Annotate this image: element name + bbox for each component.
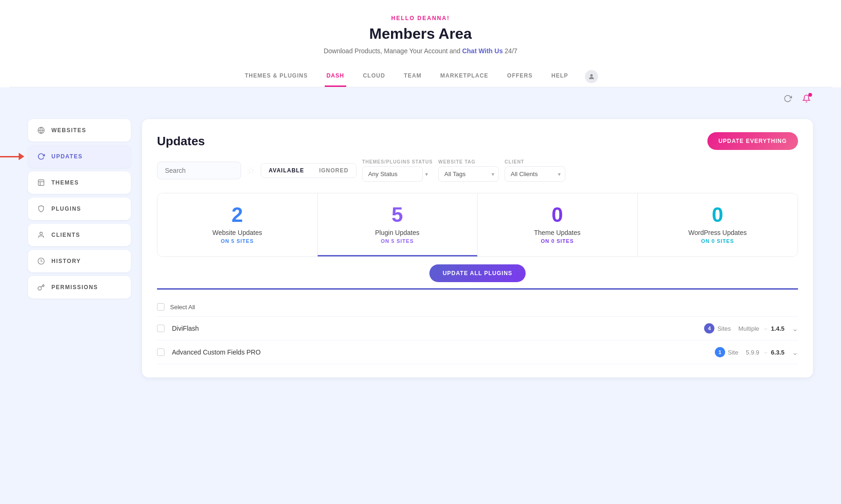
plugin-acf-badge: 1 [715, 347, 725, 357]
sidebar-label-history: HISTORY [51, 258, 81, 264]
sidebar-item-permissions[interactable]: PERMISSIONS [28, 276, 131, 298]
theme-updates-count: 0 [487, 205, 628, 225]
page-title: Members Area [9, 25, 832, 43]
plugin-updates-label: Plugin Updates [327, 229, 468, 236]
plugin-row-diviflash: DiviFlash 4 Sites Multiple → 1.4.5 ⌄ [157, 317, 798, 341]
client-filter-select[interactable]: All Clients [505, 166, 565, 182]
sidebar-item-themes[interactable]: THEMES [28, 171, 131, 194]
plugin-acf-version: 5.9.9 → 6.3.5 [746, 349, 784, 356]
plugin-diviflash-sites: 4 Sites [704, 323, 731, 334]
sidebar-label-websites: WEBSITES [51, 127, 86, 134]
plugin-diviflash-sites-label: Sites [717, 325, 731, 332]
toggle-available[interactable]: AVAILABLE [261, 163, 312, 177]
sidebar-item-websites[interactable]: WEBSITES [28, 119, 131, 142]
profile-icon[interactable] [585, 70, 598, 83]
clock-icon [36, 256, 46, 266]
plugin-acf-sites: 1 Site [715, 347, 738, 357]
acf-version-from: 5.9.9 [746, 349, 759, 356]
user-icon [36, 230, 46, 240]
plugin-acf-name: Advanced Custom Fields PRO [172, 348, 707, 356]
sidebar: WEBSITES UPDATES THEMES PLUGINS [28, 110, 131, 377]
status-toggle: AVAILABLE IGNORED [261, 163, 356, 178]
plugin-acf-sites-label: Site [728, 349, 738, 356]
version-to: 1.4.5 [771, 325, 784, 332]
arrow-indicator [0, 153, 24, 160]
sidebar-label-permissions: PERMISSIONS [51, 284, 98, 291]
sidebar-item-plugins[interactable]: PLUGINS [28, 198, 131, 220]
layout-icon [36, 178, 46, 187]
key-icon [36, 283, 46, 292]
updates-header: Updates UPDATE EVERYTHING [157, 132, 798, 150]
plugin-diviflash-version: Multiple → 1.4.5 [738, 325, 784, 332]
search-input[interactable] [157, 162, 241, 179]
star-filter-icon[interactable]: ☆ [247, 165, 255, 176]
website-updates-count: 2 [167, 205, 308, 225]
filter-row: ☆ AVAILABLE IGNORED THEMES/PLUGINS STATU… [157, 159, 798, 182]
refresh-icon[interactable] [781, 92, 794, 105]
globe-icon [36, 126, 46, 135]
refresh-icon-updates [36, 152, 46, 161]
expand-icon-diviflash[interactable]: ⌄ [792, 324, 798, 333]
wp-updates-label: WordPress Updates [647, 229, 789, 236]
stat-plugin-updates[interactable]: 5 Plugin Updates ON 5 SITES [318, 193, 478, 256]
expand-icon-acf[interactable]: ⌄ [792, 348, 798, 357]
wp-updates-sub: ON 0 SITES [647, 238, 789, 244]
status-filter-select[interactable]: Any Status [362, 166, 423, 182]
nav-offers[interactable]: OFFERS [505, 66, 535, 87]
version-from: Multiple [738, 325, 759, 332]
select-all-label: Select All [170, 304, 195, 311]
chat-link[interactable]: Chat With Us [462, 47, 503, 55]
sidebar-label-updates: UPDATES [51, 153, 83, 160]
sidebar-label-clients: CLIENTS [51, 232, 80, 238]
svg-rect-3 [38, 180, 44, 185]
plugin-updates-count: 5 [327, 205, 468, 225]
arrow-icon-acf: → [762, 349, 768, 356]
theme-updates-sub: ON 0 SITES [487, 238, 628, 244]
notification-icon[interactable] [800, 92, 813, 105]
select-all-checkbox[interactable] [157, 303, 164, 311]
stat-wp-updates[interactable]: 0 WordPress Updates ON 0 SITES [638, 193, 798, 256]
notification-dot [808, 93, 812, 97]
plugin-row-acf: Advanced Custom Fields PRO 1 Site 5.9.9 … [157, 341, 798, 364]
sidebar-item-clients[interactable]: CLIENTS [28, 224, 131, 246]
stat-website-updates[interactable]: 2 Website Updates ON 5 SITES [157, 193, 318, 256]
acf-version-to: 6.3.5 [771, 349, 784, 356]
svg-point-0 [590, 74, 592, 76]
sidebar-label-themes: THEMES [51, 179, 79, 186]
nav-marketplace[interactable]: MARKETPLACE [438, 66, 490, 87]
tag-filter-label: WEBSITE TAG [438, 159, 499, 164]
plugin-diviflash-name: DiviFlash [172, 325, 697, 332]
plugin-updates-sub: ON 5 SITES [327, 238, 468, 244]
subtitle: Download Products, Manage Your Account a… [9, 47, 832, 55]
stats-row: 2 Website Updates ON 5 SITES 5 Plugin Up… [157, 193, 798, 257]
stat-theme-updates[interactable]: 0 Theme Updates ON 0 SITES [478, 193, 638, 256]
select-all-row: Select All [157, 298, 798, 317]
toggle-ignored[interactable]: IGNORED [312, 163, 356, 177]
plugin-diviflash-badge: 4 [704, 323, 714, 334]
updates-card: Updates UPDATE EVERYTHING ☆ AVAILABLE IG… [142, 119, 813, 377]
nav-dash[interactable]: DASH [325, 66, 346, 87]
wp-updates-count: 0 [647, 205, 789, 225]
update-everything-button[interactable]: UPDATE EVERYTHING [707, 132, 798, 150]
plugin-diviflash-checkbox[interactable] [157, 325, 164, 332]
status-filter-label: THEMES/PLUGINS STATUS [362, 159, 433, 164]
nav-help[interactable]: HELP [549, 66, 570, 87]
hello-greeting: HELLO DEANNA! [9, 15, 832, 21]
plugin-acf-checkbox[interactable] [157, 348, 164, 356]
sidebar-item-updates[interactable]: UPDATES [28, 145, 131, 168]
theme-updates-label: Theme Updates [487, 229, 628, 236]
website-updates-sub: ON 5 SITES [167, 238, 308, 244]
nav-team[interactable]: TEAM [402, 66, 423, 87]
shield-icon [36, 204, 46, 213]
sidebar-label-plugins: PLUGINS [51, 206, 81, 212]
update-all-plugins-button[interactable]: UPDATE ALL PLUGINS [429, 264, 525, 282]
nav-cloud[interactable]: CLOUD [361, 66, 387, 87]
nav-themes-plugins[interactable]: THEMES & PLUGINS [243, 66, 310, 87]
sidebar-item-history[interactable]: HISTORY [28, 250, 131, 272]
client-filter-label: CLIENT [505, 159, 565, 164]
update-plugins-area: UPDATE ALL PLUGINS [157, 257, 798, 290]
website-updates-label: Website Updates [167, 229, 308, 236]
main-content: Updates UPDATE EVERYTHING ☆ AVAILABLE IG… [142, 110, 813, 377]
updates-title: Updates [157, 134, 205, 149]
tag-filter-select[interactable]: All Tags [438, 166, 499, 182]
